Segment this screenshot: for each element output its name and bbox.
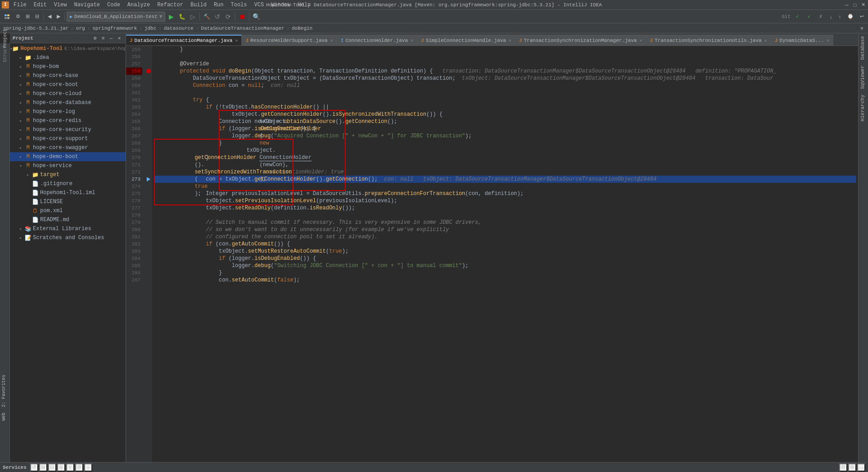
project-collapse-icon[interactable]: — [108, 35, 115, 42]
tree-item-hope-core-support[interactable]: ▸ M hope-core-support [10, 134, 126, 143]
editor-tab-0[interactable]: J DataSourceTransactionManager.java ✕ [126, 35, 242, 45]
menu-run[interactable]: Run [210, 1, 227, 9]
tree-item-external-libs[interactable]: ▸ 📚 External Libraries [10, 224, 126, 233]
toolbar-back-btn[interactable]: ◀ [45, 12, 54, 22]
editor-tab-1[interactable]: J ResourceHolderSupport.java ✕ [242, 35, 337, 45]
tab-3-close[interactable]: ✕ [509, 38, 511, 43]
tree-item-hope-core-redis[interactable]: ▸ M hope-core-redis [10, 116, 126, 125]
bl-tab-favorites[interactable]: 2: Favorites [0, 372, 10, 410]
menu-edit[interactable]: Edit [30, 1, 50, 9]
nav-method[interactable]: doBegin [290, 25, 314, 32]
nav-jar[interactable]: spring-jdbc-5.3.21.jar [2, 25, 70, 32]
tab-5-close[interactable]: ✕ [764, 38, 767, 43]
nav-datasource[interactable]: datasource [163, 25, 195, 32]
tree-item-hope-service[interactable]: ▾ M hope-service [10, 161, 126, 170]
tab-2-close[interactable]: ✕ [411, 38, 413, 43]
project-gear-icon[interactable]: ≡ [99, 35, 107, 42]
toolbar-settings-btn[interactable]: ⚙ [14, 12, 23, 22]
bl-tab-web[interactable]: Web [0, 410, 10, 423]
menu-navigate[interactable]: Navigate [70, 1, 104, 9]
tree-item-iml[interactable]: ▸ 📄 Hopehomi-Tool.iml [10, 188, 126, 197]
tree-item-license[interactable]: ▸ 📄 LICENSE [10, 197, 126, 206]
tree-item-pom[interactable]: ▸ 🗒 pom.xml [10, 206, 126, 215]
git-update-btn[interactable]: ↓ [827, 12, 835, 22]
bottom-expand-all-btn[interactable]: ⊞ [39, 463, 47, 472]
menu-tools[interactable]: Tools [227, 1, 251, 9]
menu-vcs[interactable]: VCS [251, 1, 268, 9]
maximize-button[interactable]: □ [852, 2, 858, 8]
menu-refactor[interactable]: Refactor [154, 1, 187, 9]
editor-tab-5[interactable]: J TransactionSynchronizationUtils.java ✕ [646, 35, 771, 45]
right-tab-sqviewer[interactable]: SqViewer [859, 63, 868, 92]
tree-item-hope-demo-boot[interactable]: ▸ M hope-demo-boot [10, 152, 126, 161]
git-history-btn[interactable]: ⌚ [845, 12, 856, 22]
debug-button[interactable]: 🐛 [177, 12, 187, 22]
menu-file[interactable]: File [10, 1, 30, 9]
tree-item-idea[interactable]: ▸ 📁 .idea [10, 53, 126, 62]
tree-root[interactable]: ▾ 📁 Hopehomi-Tool E:\idea-workspace\hope… [10, 44, 126, 53]
project-sync-icon[interactable]: ⚙ [91, 35, 99, 42]
bottom-add-btn[interactable]: + [84, 463, 92, 472]
bottom-collapse-all-btn[interactable]: ⊟ [48, 463, 56, 472]
tab-4-close[interactable]: ✕ [639, 38, 642, 43]
tree-item-hope-core-cloud[interactable]: ▸ M hope-core-cloud [10, 89, 126, 98]
bottom-group-btn[interactable]: ⊕ [57, 463, 65, 472]
editor-tab-6[interactable]: J DynamicDataS... ✕ [771, 35, 834, 45]
tree-item-hope-core-database[interactable]: ▸ M hope-core-database [10, 98, 126, 107]
tree-item-hope-core-base[interactable]: ▸ M hope-core-base [10, 71, 126, 80]
run-with-coverage-btn[interactable]: ▷ [188, 12, 198, 22]
editor-tab-2[interactable]: I ConnectionHolder.java ✕ [337, 35, 417, 45]
tree-item-readme[interactable]: ▸ 📄 README.md [10, 215, 126, 224]
bottom-gear2-btn[interactable]: ⚙ [848, 463, 856, 472]
run-button[interactable]: ▶ [166, 12, 176, 22]
nav-jdbc[interactable]: jdbc [143, 25, 158, 32]
reload-btn[interactable]: ⟳ [223, 12, 233, 22]
close-button[interactable]: ✕ [860, 2, 866, 8]
tree-item-target[interactable]: ▸ 📁 target [10, 170, 126, 179]
menu-view[interactable]: View [50, 1, 71, 9]
menu-build[interactable]: Build [187, 1, 210, 9]
bottom-hide-btn[interactable]: — [857, 463, 865, 472]
tab-6-close[interactable]: ✕ [827, 38, 829, 43]
menu-analyze[interactable]: Analyze [124, 1, 154, 9]
nav-springframework[interactable]: springframework [91, 25, 138, 32]
tree-item-hope-core-swagger[interactable]: ▸ M hope-core-swagger [10, 143, 126, 152]
nav-org[interactable]: org [75, 25, 86, 32]
build-btn[interactable]: 🔨 [202, 12, 212, 22]
update-btn[interactable]: ↺ [212, 12, 222, 22]
toolbar-forward-btn[interactable]: ▶ [54, 12, 63, 22]
right-tab-database[interactable]: Database [859, 33, 868, 63]
tree-item-hope-core-security[interactable]: ▸ M hope-core-security [10, 125, 126, 134]
editor-tab-4[interactable]: J TransactionSynchronizationManager.java… [515, 35, 646, 45]
tree-item-hope-core-boot[interactable]: ▸ M hope-core-boot [10, 80, 126, 89]
right-tab-hierarchy[interactable]: Hierarchy [859, 92, 868, 124]
tree-item-hope-bom[interactable]: ▸ M hope-bom [10, 62, 126, 71]
left-tab-structure[interactable]: Structure [0, 45, 10, 55]
git-revert-btn[interactable]: ↩ [858, 12, 866, 22]
stop-button[interactable]: ⏹ [237, 12, 247, 22]
menu-code[interactable]: Code [104, 1, 124, 9]
project-hide-icon[interactable]: ✕ [116, 35, 123, 42]
nav-expand-btn[interactable]: ▼ [858, 26, 866, 31]
bottom-filter-btn[interactable]: Y [66, 463, 74, 472]
tree-item-gitignore[interactable]: ▸ 📄 .gitignore [10, 179, 126, 188]
tab-1-close[interactable]: ✕ [330, 38, 333, 43]
bottom-restart-btn[interactable]: ↺ [30, 463, 38, 472]
bottom-gear-btn[interactable]: ⚙ [839, 463, 847, 472]
git-check-btn[interactable]: ✓ [792, 12, 802, 22]
git-x-btn[interactable]: ✗ [816, 12, 826, 22]
minimize-button[interactable]: ─ [844, 2, 850, 8]
code-editor[interactable]: } @Override protected void doBegin ( Obj… [152, 46, 858, 462]
editor-tab-3[interactable]: J SimpleConnectionHandle.java ✕ [417, 35, 515, 45]
tree-item-scratches[interactable]: ▸ 📝 Scratches and Consoles [10, 233, 126, 242]
search-btn[interactable]: 🔍 [251, 12, 261, 22]
tree-item-hope-core-log[interactable]: ▸ M hope-core-log [10, 107, 126, 116]
tab-0-close[interactable]: ✕ [235, 38, 238, 43]
toolbar-expand-btn[interactable]: ⊞ [23, 12, 32, 22]
run-config-selector[interactable]: ▶ DemoCloud_B_Application-test ▼ [67, 12, 165, 22]
toolbar-collapse-btn[interactable]: ⊟ [33, 12, 41, 22]
toolbar-project-btn[interactable] [2, 12, 13, 22]
nav-class[interactable]: DataSourceTransactionManager [200, 25, 286, 32]
git-push-btn[interactable]: ↑ [836, 12, 844, 22]
git-check2-btn[interactable]: ✓ [804, 12, 814, 22]
